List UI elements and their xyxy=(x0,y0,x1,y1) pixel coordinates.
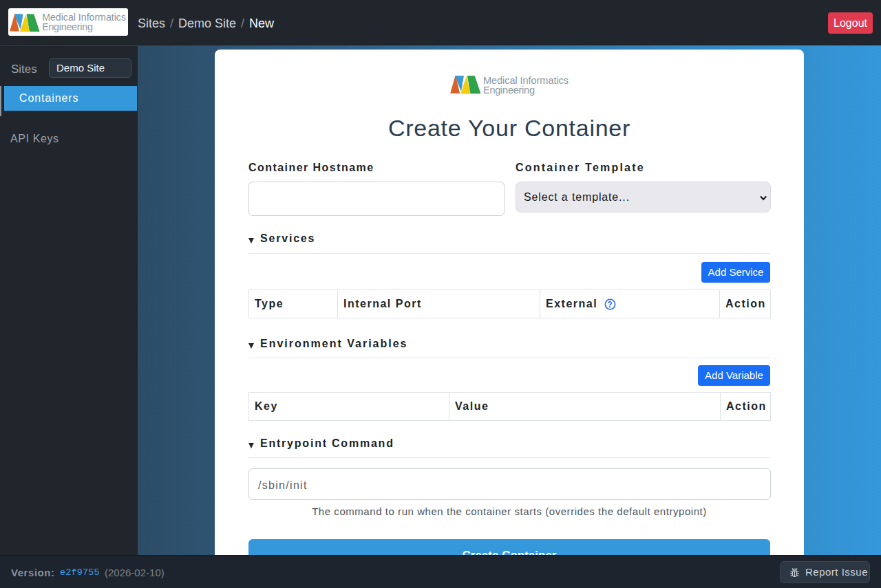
svg-text:Engineering: Engineering xyxy=(483,85,535,96)
svg-text:Engineering: Engineering xyxy=(42,21,93,32)
svg-text:?: ? xyxy=(607,300,613,309)
